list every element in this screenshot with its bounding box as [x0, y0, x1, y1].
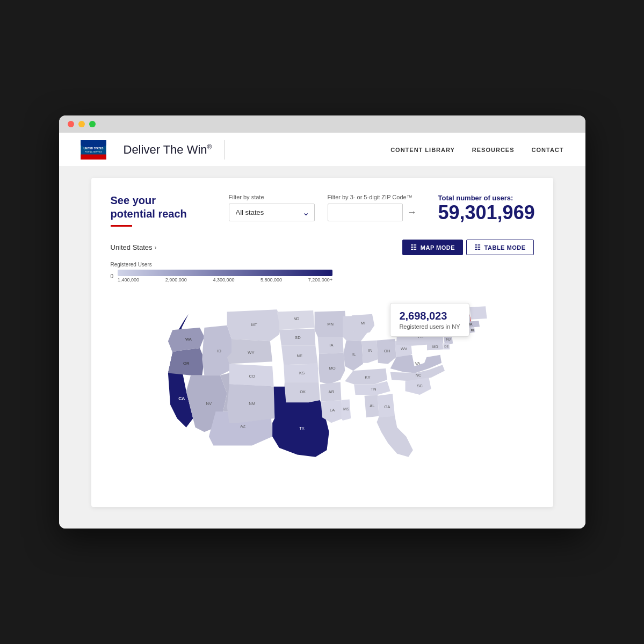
map-tooltip: 2,698,023 Registered users in NY	[390, 303, 469, 337]
state-select-wrap: All states Alabama Alaska Arizona Califo…	[229, 204, 315, 221]
state-select[interactable]: All states Alabama Alaska Arizona Califo…	[229, 204, 315, 221]
state-filter-label: Filter by state	[229, 194, 315, 200]
reach-heading: See your potential reach	[111, 194, 207, 221]
svg-text:TX: TX	[299, 426, 305, 431]
svg-text:AZ: AZ	[240, 424, 245, 429]
legend-labels: 1,400,000 2,900,000 4,300,000 5,800,000 …	[118, 277, 332, 283]
total-number: 59,301,969	[438, 202, 535, 223]
content-card: See your potential reach Filter by state…	[91, 178, 553, 507]
legend-title: Registered Users	[111, 262, 534, 267]
brand-name: Deliver The Win®	[124, 143, 212, 157]
legend-label-3: 4,300,000	[213, 277, 234, 283]
svg-text:AL: AL	[370, 403, 374, 408]
state-filter-group: Filter by state All states Alabama Alask…	[229, 194, 315, 221]
filters-area: Filter by state All states Alabama Alask…	[229, 194, 417, 221]
svg-text:NE: NE	[296, 353, 302, 358]
svg-text:OH: OH	[384, 349, 390, 353]
svg-text:MS: MS	[343, 407, 349, 411]
svg-text:VA: VA	[415, 361, 421, 366]
svg-text:MD: MD	[432, 345, 438, 349]
legend-label-1: 1,400,000	[118, 277, 139, 283]
close-button[interactable]	[68, 121, 74, 127]
svg-text:WV: WV	[400, 346, 407, 351]
svg-text:LA: LA	[329, 408, 335, 413]
logo-area: UNITED STATES POSTAL SERVICE Deliver The…	[81, 140, 226, 160]
nav-resources[interactable]: RESOURCES	[472, 147, 515, 153]
reach-title: See your potential reach	[111, 194, 207, 227]
legend: Registered Users 0 1,400,000 2,900,000 4…	[111, 262, 534, 283]
tooltip-label: Registered users in NY	[399, 323, 460, 330]
svg-text:MO: MO	[329, 366, 335, 371]
legend-zero: 0	[111, 273, 114, 279]
svg-rect-2	[81, 154, 106, 159]
map-mode-button[interactable]: ☷ MAP MODE	[402, 240, 463, 255]
zip-filter-group: Filter by 3- or 5-digit ZIP Code™ →	[328, 194, 417, 221]
svg-text:MT: MT	[251, 322, 257, 327]
breadcrumb-text: United States	[111, 243, 153, 251]
navigation: UNITED STATES POSTAL SERVICE Deliver The…	[59, 133, 585, 167]
svg-text:WA: WA	[185, 337, 192, 342]
svg-text:KY: KY	[365, 375, 370, 380]
svg-text:SD: SD	[295, 335, 301, 340]
legend-gradient-bar	[118, 270, 332, 276]
nav-links: CONTENT LIBRARY RESOURCES CONTACT	[390, 147, 563, 153]
total-users-area: Total number of users: 59,301,969	[438, 194, 535, 223]
svg-text:CO: CO	[249, 374, 255, 379]
svg-text:MN: MN	[327, 322, 334, 327]
browser-content: UNITED STATES POSTAL SERVICE Deliver The…	[59, 133, 585, 529]
svg-text:IN: IN	[368, 348, 372, 353]
nav-contact[interactable]: CONTACT	[532, 147, 564, 153]
legend-bar-wrap: 0 1,400,000 2,900,000 4,300,000 5,800,00…	[111, 270, 534, 283]
svg-text:IL: IL	[352, 352, 355, 357]
svg-text:AR: AR	[328, 389, 334, 394]
svg-text:TN: TN	[371, 387, 376, 392]
title-bar	[59, 115, 585, 133]
state-me[interactable]	[469, 306, 487, 319]
svg-text:SC: SC	[417, 383, 423, 388]
svg-text:UNITED STATES: UNITED STATES	[83, 147, 103, 150]
mode-buttons: ☷ MAP MODE ☷ TABLE MODE	[402, 240, 533, 255]
map-icon: ☷	[410, 243, 417, 251]
svg-text:MI: MI	[360, 321, 365, 325]
svg-text:KS: KS	[299, 371, 304, 375]
svg-text:ND: ND	[293, 316, 299, 321]
legend-label-4: 5,800,000	[261, 277, 282, 283]
svg-text:NM: NM	[249, 401, 255, 406]
zip-filter-label: Filter by 3- or 5-digit ZIP Code™	[328, 194, 417, 200]
svg-text:OK: OK	[300, 389, 306, 394]
map-controls: United States › ☷ MAP MODE ☷ TABLE MODE	[111, 240, 534, 255]
tooltip-number: 2,698,023	[399, 310, 460, 322]
browser-window: UNITED STATES POSTAL SERVICE Deliver The…	[59, 115, 585, 529]
usps-logo: UNITED STATES POSTAL SERVICE	[81, 140, 106, 160]
svg-text:POSTAL SERVICE: POSTAL SERVICE	[85, 150, 102, 153]
minimize-button[interactable]	[78, 121, 85, 127]
svg-text:RI: RI	[471, 329, 474, 332]
zip-input[interactable]	[328, 204, 403, 221]
nav-content-library[interactable]: CONTENT LIBRARY	[390, 147, 455, 153]
zip-input-wrap: →	[328, 204, 417, 221]
svg-text:IA: IA	[329, 343, 334, 348]
table-icon: ☷	[474, 243, 481, 251]
header-row: See your potential reach Filter by state…	[111, 194, 534, 227]
svg-text:ID: ID	[217, 349, 221, 353]
us-map[interactable]: CA OR WA ID	[111, 287, 534, 491]
svg-text:OR: OR	[183, 361, 189, 366]
breadcrumb: United States ›	[111, 243, 157, 251]
svg-text:DE: DE	[444, 345, 448, 348]
svg-text:CA: CA	[178, 396, 185, 401]
table-mode-button[interactable]: ☷ TABLE MODE	[466, 240, 533, 255]
svg-text:NC: NC	[415, 373, 421, 378]
svg-text:NV: NV	[206, 401, 212, 406]
red-underline	[111, 225, 132, 227]
svg-text:WY: WY	[248, 350, 254, 355]
breadcrumb-chevron-icon: ›	[155, 244, 157, 251]
legend-label-2: 2,900,000	[165, 277, 187, 283]
arrow-right-icon: →	[407, 207, 417, 218]
map-area[interactable]: CA OR WA ID	[111, 287, 534, 491]
maximize-button[interactable]	[89, 121, 96, 127]
total-label: Total number of users:	[438, 194, 535, 202]
svg-text:GA: GA	[384, 404, 390, 409]
svg-text:NJ: NJ	[446, 337, 450, 341]
legend-label-5: 7,200,000+	[308, 277, 332, 283]
state-fl[interactable]	[377, 416, 413, 457]
